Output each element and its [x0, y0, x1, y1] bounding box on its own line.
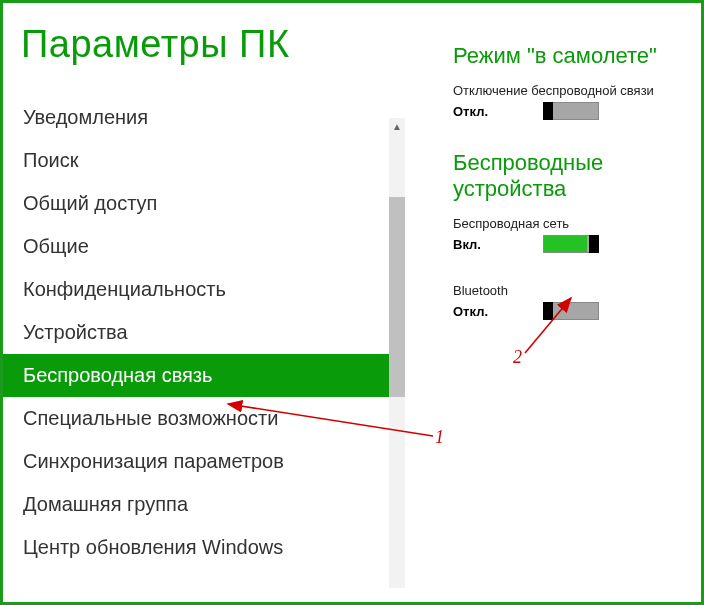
airplane-mode-section: Режим "в самолете" Отключение беспроводн… [453, 43, 683, 120]
airplane-toggle[interactable] [543, 102, 599, 120]
wifi-toggle[interactable] [543, 235, 599, 253]
sidebar-item-devices[interactable]: Устройства [3, 311, 391, 354]
wireless-heading: Беспроводные устройства [453, 150, 683, 202]
sidebar-item-general[interactable]: Общие [3, 225, 391, 268]
scroll-up-icon[interactable]: ▲ [389, 118, 405, 134]
airplane-heading: Режим "в самолете" [453, 43, 683, 69]
sidebar-item-notifications[interactable]: Уведомления [3, 96, 391, 139]
bluetooth-toggle[interactable] [543, 302, 599, 320]
sidebar-item-accessibility[interactable]: Специальные возможности [3, 397, 391, 440]
sidebar-item-share[interactable]: Общий доступ [3, 182, 391, 225]
settings-sidebar: Параметры ПК Уведомления Поиск Общий дос… [3, 3, 423, 602]
sidebar-item-sync[interactable]: Синхронизация параметров [3, 440, 391, 483]
wifi-value: Вкл. [453, 237, 503, 252]
sidebar-item-wireless[interactable]: Беспроводная связь [3, 354, 391, 397]
wireless-devices-section: Беспроводные устройства Беспроводная сет… [453, 150, 683, 320]
wifi-label: Беспроводная сеть [453, 216, 683, 231]
sidebar-item-update[interactable]: Центр обновления Windows [3, 526, 391, 569]
sidebar-item-homegroup[interactable]: Домашняя группа [3, 483, 391, 526]
bluetooth-value: Откл. [453, 304, 503, 319]
annotation-label-1: 1 [435, 427, 444, 448]
airplane-value: Откл. [453, 104, 503, 119]
airplane-label: Отключение беспроводной связи [453, 83, 683, 98]
sidebar-item-privacy[interactable]: Конфиденциальность [3, 268, 391, 311]
page-title: Параметры ПК [3, 23, 423, 66]
bluetooth-label: Bluetooth [453, 283, 683, 298]
scrollbar-thumb[interactable] [389, 197, 405, 397]
content-panel: Режим "в самолете" Отключение беспроводн… [423, 3, 701, 602]
annotation-label-2: 2 [513, 347, 522, 368]
sidebar-item-search[interactable]: Поиск [3, 139, 391, 182]
nav-list: Уведомления Поиск Общий доступ Общие Кон… [3, 96, 423, 569]
